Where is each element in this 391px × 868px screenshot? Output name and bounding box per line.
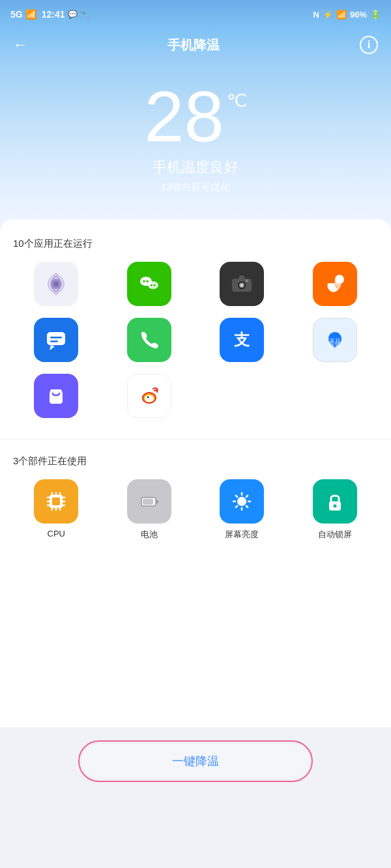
app-icon-podcast: [34, 262, 78, 306]
svg-rect-16: [50, 337, 62, 339]
bt-icon: ⚡: [323, 10, 333, 20]
list-item[interactable]: 自动锁屏: [292, 479, 379, 540]
signal-icon: 📶: [25, 9, 36, 20]
svg-point-52: [333, 505, 336, 508]
list-item[interactable]: 电池: [106, 479, 193, 540]
extra-icon: 🔧: [80, 10, 90, 19]
app-icon-camera: [220, 262, 264, 306]
svg-point-6: [151, 285, 152, 287]
app-icon-phone: [127, 318, 171, 362]
svg-text:支: 支: [233, 331, 250, 348]
status-bar: 5G 📶 12:41 💬 🔧 N ⚡ 📶 96% 🔋: [0, 0, 391, 29]
svg-point-24: [147, 397, 149, 399]
svg-rect-14: [47, 332, 65, 345]
svg-text:应蓝: 应蓝: [329, 341, 341, 348]
content-area: 10个应用正在运行: [0, 219, 391, 727]
app-icon-weibo: [127, 374, 171, 418]
list-item[interactable]: 不只 应蓝: [292, 318, 379, 362]
list-item[interactable]: [13, 262, 100, 306]
info-button[interactable]: i: [360, 36, 378, 54]
component-label-battery: 电池: [141, 529, 158, 540]
carrier-label: 5G: [10, 9, 23, 20]
wifi-icon: 📶: [336, 10, 347, 20]
component-icon-lock: [313, 479, 357, 524]
app-icon-alipay: 支: [220, 318, 264, 362]
list-item[interactable]: [199, 262, 285, 306]
list-item[interactable]: [106, 262, 193, 306]
list-item[interactable]: [106, 318, 193, 362]
list-item[interactable]: [13, 374, 100, 418]
svg-line-48: [246, 506, 248, 507]
component-icon-battery: [127, 479, 171, 524]
app-icon-app4: 不只 应蓝: [313, 318, 357, 362]
component-label-cpu: CPU: [48, 529, 65, 539]
components-section-title: 3个部件正在使用: [13, 455, 378, 468]
status-right: N ⚡ 📶 96% 🔋: [313, 10, 381, 20]
component-label-brightness: 屏幕亮度: [225, 529, 259, 540]
apps-grid: 支 不只 应蓝: [13, 262, 378, 418]
svg-point-4: [146, 280, 149, 283]
app-icon-msg: [34, 318, 78, 362]
component-label-lock: 自动锁屏: [318, 529, 352, 540]
bluetooth-icon: N: [313, 10, 319, 20]
components-grid: CPU 电池: [13, 479, 378, 540]
cool-button-container: 一键降温: [78, 740, 313, 782]
app-icon-game: [313, 262, 357, 306]
wechat-notify-icon: 💬: [68, 10, 78, 19]
svg-rect-41: [143, 499, 153, 505]
svg-point-12: [246, 279, 248, 282]
svg-rect-17: [50, 341, 58, 343]
svg-point-1: [53, 281, 59, 287]
svg-point-5: [148, 281, 158, 289]
svg-marker-15: [50, 345, 55, 350]
status-left: 5G 📶 12:41 💬 🔧: [10, 9, 90, 20]
svg-line-47: [236, 496, 237, 497]
component-icon-cpu: [34, 479, 78, 524]
list-item[interactable]: 支: [199, 318, 285, 362]
svg-rect-40: [156, 500, 158, 503]
list-item[interactable]: CPU: [13, 479, 100, 540]
page-title: 手机降温: [167, 36, 220, 54]
app-header: ← 手机降温 i: [0, 29, 391, 61]
cool-button[interactable]: 一键降温: [82, 744, 309, 778]
battery-icon: 🔋: [370, 10, 381, 20]
temperature-unit: ℃: [227, 90, 247, 111]
temperature-status: 手机温度良好: [13, 158, 378, 177]
svg-line-50: [236, 506, 237, 507]
apps-section-title: 10个应用正在运行: [13, 238, 378, 250]
app-icon-store: [34, 374, 78, 418]
svg-rect-26: [52, 497, 60, 505]
time-label: 12:41: [42, 9, 65, 20]
svg-point-3: [143, 280, 145, 283]
list-item[interactable]: [13, 318, 100, 362]
svg-point-11: [240, 284, 244, 287]
section-divider: [0, 439, 391, 440]
back-button[interactable]: ←: [13, 36, 27, 53]
list-item[interactable]: 屏幕亮度: [199, 479, 285, 540]
temperature-display: 28 ℃: [13, 81, 378, 152]
svg-line-49: [246, 496, 248, 497]
list-item[interactable]: [106, 374, 193, 418]
bottom-area: 一键降温: [0, 727, 391, 808]
svg-point-42: [237, 497, 246, 506]
app-icon-wechat: [127, 262, 171, 306]
svg-point-7: [153, 285, 155, 287]
component-icon-brightness: [220, 479, 264, 524]
battery-label: 96%: [350, 10, 367, 20]
svg-point-23: [145, 395, 154, 402]
cool-button-border: 一键降温: [78, 740, 313, 782]
temperature-number: 28: [144, 81, 224, 152]
hero-section: 28 ℃ 手机温度良好 13项内容可优化: [0, 61, 391, 226]
optimization-hint: 13项内容可优化: [13, 181, 378, 193]
list-item[interactable]: [292, 262, 379, 306]
